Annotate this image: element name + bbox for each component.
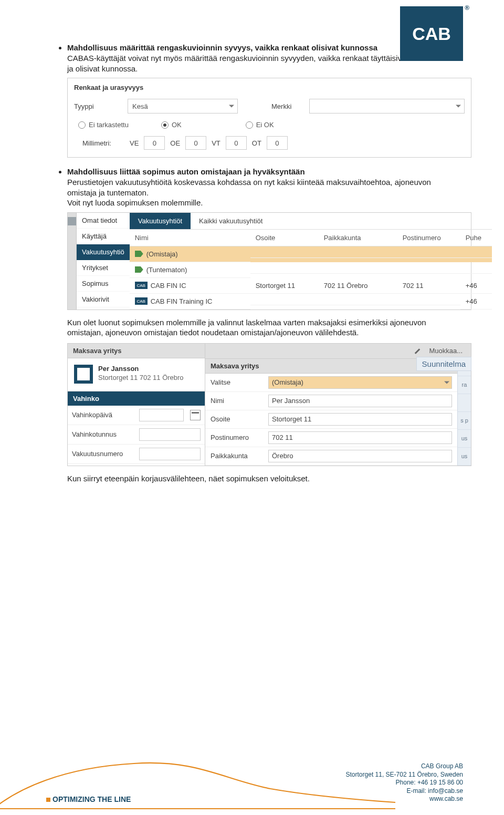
col-paikkakunta[interactable]: Paikkakunta (319, 230, 397, 246)
table-row[interactable]: (Tuntematon) (130, 262, 492, 278)
row-addr (250, 297, 319, 305)
screenshot-tires: Renkaat ja urasyvyys Tyyppi Kesä Merkki … (67, 78, 471, 158)
s1-type-label: Tyyppi (74, 102, 121, 110)
row-city (319, 297, 397, 305)
flag-icon (135, 251, 143, 257)
s2-gutter (68, 213, 77, 310)
field-label: Osoite (211, 415, 263, 423)
name-input[interactable]: Per Jansson (268, 395, 452, 407)
sidebar-item-kayttaja[interactable]: Käyttäjä (77, 229, 130, 244)
table-row[interactable]: CABCAB FIN Training IC +46 (130, 294, 492, 310)
field-value: 702 11 (272, 434, 293, 441)
footer-web: www.cab.se (346, 795, 463, 803)
s1-brand-select[interactable] (309, 99, 465, 114)
field-value: Per Jansson (272, 397, 310, 405)
city-input[interactable]: Örebro (268, 450, 452, 462)
bullet-2-heading: Mahdollisuus liittää sopimus auton omist… (67, 167, 457, 176)
date-input[interactable] (139, 409, 184, 421)
footer-email: E-mail: info@cab.se (346, 787, 463, 796)
footer-phone: Phone: +46 19 15 86 00 (346, 779, 463, 787)
field-label: Valitse (211, 378, 263, 386)
s1-mm-label: Millimetri: (82, 139, 124, 147)
flag-icon (135, 266, 143, 273)
s1-type-select[interactable]: Kesä (128, 99, 238, 114)
kv-key: Vahinkopäivä (72, 411, 135, 419)
row-post (397, 297, 460, 305)
row-addr (250, 250, 319, 258)
input-ve[interactable]: 0 (144, 136, 165, 150)
sidebar-item-omat-tiedot[interactable]: Omat tiedot (77, 213, 130, 229)
bullet-1-body: CABAS-käyttäjät voivat nyt myös määrittä… (67, 53, 457, 74)
col-osoite[interactable]: Osoite (250, 230, 319, 246)
company-address: Stortorget 11 702 11 Örebro (98, 374, 184, 381)
tag-ve: VE (130, 139, 139, 147)
page-footer: OPTIMIZING THE LINE CAB Group AB Stortor… (0, 741, 504, 815)
row-post: 702 11 (397, 278, 460, 294)
field-label: Nimi (211, 397, 263, 405)
footer-company: CAB Group AB (346, 762, 463, 771)
chevron-down-icon (456, 105, 461, 108)
row-phone (460, 266, 492, 274)
sidebar-item-vakiorivit[interactable]: Vakiorivit (77, 292, 130, 307)
s1-radio-row: Ei tarkastettu OK Ei OK (68, 116, 471, 132)
text-input[interactable] (139, 448, 201, 460)
col-puhe[interactable]: Puhe (460, 230, 492, 246)
cab-logo-box: CAB (400, 6, 463, 61)
chevron-down-icon (229, 105, 234, 108)
tag-vt: VT (212, 139, 220, 147)
row-post (397, 266, 460, 274)
s1-measurements: Millimetri: VE 0 OE 0 VT 0 OT 0 (68, 132, 471, 157)
input-oe[interactable]: 0 (185, 136, 206, 150)
text-input[interactable] (139, 428, 201, 441)
kv-vakuutusnumero: Vakuutusnumero (68, 445, 205, 464)
field-value: Stortorget 11 (272, 415, 311, 423)
edit-button[interactable]: Muokkaa... (425, 345, 467, 357)
sidebar: Omat tiedot Käyttäjä Vakuutusyhtiö Yrity… (77, 213, 130, 310)
radio-notok-label: Ei OK (256, 121, 274, 129)
table-row[interactable]: CABCAB FIN IC Stortorget 11 702 11 Örebr… (130, 278, 492, 294)
building-icon (74, 365, 93, 384)
radio-not-checked[interactable]: Ei tarkastettu (78, 121, 129, 129)
sidebar-item-yritykset[interactable]: Yritykset (77, 260, 130, 276)
s1-row-type: Tyyppi Kesä Merkki (68, 97, 471, 116)
bullet-list-2: Mahdollisuus liittää sopimus auton omist… (52, 167, 457, 208)
input-ot[interactable]: 0 (267, 136, 288, 150)
row-addr: Stortorget 11 (250, 278, 319, 294)
s3-left-head: Maksava yritys (68, 344, 205, 358)
col-nimi[interactable]: Nimi (130, 230, 250, 246)
col-postinumero[interactable]: Postinumero (397, 230, 460, 246)
cab-mini-logo-icon: CAB (135, 297, 148, 305)
radio-ok[interactable]: OK (161, 121, 182, 129)
tagline-text: OPTIMIZING THE LINE (52, 795, 131, 803)
bullet-2-body2: Voit nyt luoda sopimuksen molemmille. (67, 198, 457, 208)
gutter-icon (68, 217, 76, 225)
select-payer[interactable]: (Omistaja) (268, 376, 452, 389)
row-post (397, 250, 460, 258)
table-row[interactable]: (Omistaja) (130, 246, 492, 262)
kv-key: Vakuutusnumero (72, 450, 135, 458)
address-input[interactable]: Stortorget 11 (268, 413, 452, 426)
tab-kaikki[interactable]: Kaikki vakuutusyhtiöt (191, 213, 271, 229)
field-value: Örebro (272, 452, 293, 460)
row-city: 702 11 Örebro (319, 278, 397, 294)
radio-not-ok[interactable]: Ei OK (246, 121, 274, 129)
row-name: CAB FIN Training IC (151, 297, 213, 305)
field-label: Paikkakunta (211, 452, 263, 460)
row-name: CAB FIN IC (151, 282, 186, 290)
bullet-1: Mahdollisuus määrittää rengaskuvioinnin … (67, 43, 457, 74)
plan-chip[interactable]: Suunnitelma (416, 357, 471, 371)
row-addr (250, 266, 319, 274)
postcode-input[interactable]: 702 11 (268, 431, 452, 444)
radio-icon (78, 121, 86, 129)
sidebar-item-sopimus[interactable]: Sopimus (77, 276, 130, 292)
tabs: Vakuutusyhtiöt Kaikki vakuutusyhtiöt (130, 213, 492, 229)
s1-brand-label: Merkki (271, 102, 303, 110)
calendar-icon[interactable] (190, 410, 201, 420)
sidebar-item-vakuutusyhtio[interactable]: Vakuutusyhtiö (77, 244, 130, 260)
bullet-2-body1: Perustietojen vakuutusyhtiöitä koskevass… (67, 177, 457, 198)
input-vt[interactable]: 0 (226, 136, 247, 150)
radio-not-checked-label: Ei tarkastettu (89, 121, 129, 129)
strip-cell: us (458, 430, 471, 448)
tab-vakuutusyhtiot[interactable]: Vakuutusyhtiöt (130, 213, 191, 229)
form-row-valitse: Valitse (Omistaja) (205, 374, 457, 392)
